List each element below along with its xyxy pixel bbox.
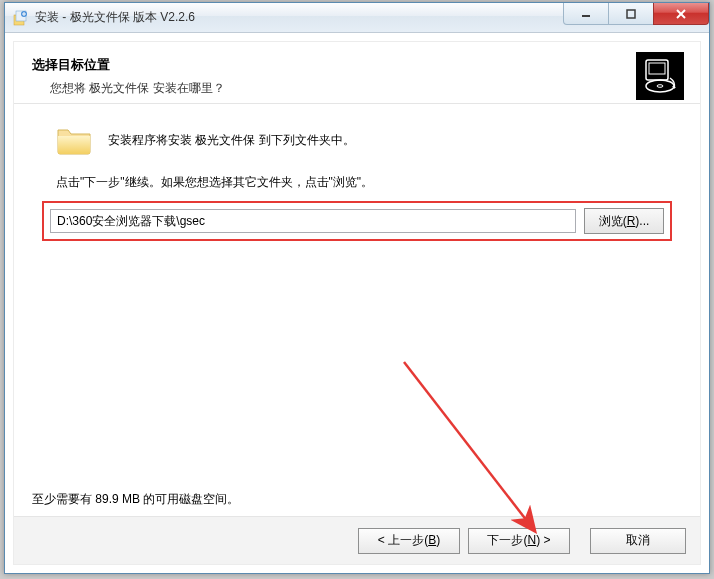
cancel-button[interactable]: 取消 — [590, 528, 686, 554]
browse-hotkey: R — [627, 214, 636, 228]
installer-window: 安装 - 极光文件保 版本 V2.2.6 选择目标位置 您想将 极光文件保 安装… — [4, 2, 710, 574]
window-controls — [564, 3, 709, 25]
next-button[interactable]: 下一步(N) > — [468, 528, 570, 554]
folder-row: 安装程序将安装 极光文件保 到下列文件夹中。 — [56, 124, 672, 156]
window-title: 安装 - 极光文件保 版本 V2.2.6 — [35, 9, 195, 26]
minimize-icon — [580, 8, 592, 20]
maximize-button[interactable] — [608, 3, 654, 25]
close-icon — [674, 8, 688, 20]
client-area: 选择目标位置 您想将 极光文件保 安装在哪里？ — [13, 41, 701, 565]
folder-icon — [56, 124, 92, 156]
maximize-icon — [625, 8, 637, 20]
browse-instruction: 点击"下一步"继续。如果您想选择其它文件夹，点击"浏览"。 — [56, 174, 672, 191]
svg-line-12 — [404, 362, 534, 530]
folder-description: 安装程序将安装 极光文件保 到下列文件夹中。 — [108, 132, 355, 149]
wizard-header: 选择目标位置 您想将 极光文件保 安装在哪里？ — [14, 42, 700, 104]
install-path-input[interactable] — [50, 209, 576, 233]
disk-space-note: 至少需要有 89.9 MB 的可用磁盘空间。 — [32, 491, 239, 508]
browse-button[interactable]: 浏览(R)... — [584, 208, 664, 234]
back-button[interactable]: < 上一步(B) — [358, 528, 460, 554]
svg-rect-4 — [627, 10, 635, 18]
installer-app-icon — [13, 10, 29, 26]
svg-rect-8 — [649, 63, 665, 74]
minimize-button[interactable] — [563, 3, 609, 25]
svg-point-10 — [657, 85, 663, 88]
next-hotkey: N — [527, 533, 536, 547]
wizard-body: 安装程序将安装 极光文件保 到下列文件夹中。 点击"下一步"继续。如果您想选择其… — [14, 104, 700, 251]
installer-disc-icon — [636, 52, 684, 100]
titlebar[interactable]: 安装 - 极光文件保 版本 V2.2.6 — [5, 3, 709, 33]
page-subtitle: 您想将 极光文件保 安装在哪里？ — [50, 80, 682, 97]
wizard-footer: < 上一步(B) 下一步(N) > 取消 — [14, 516, 700, 564]
close-button[interactable] — [653, 3, 709, 25]
svg-point-9 — [646, 80, 674, 92]
page-title: 选择目标位置 — [32, 56, 682, 74]
back-hotkey: B — [428, 533, 436, 547]
path-row-highlight: 浏览(R)... — [42, 201, 672, 241]
